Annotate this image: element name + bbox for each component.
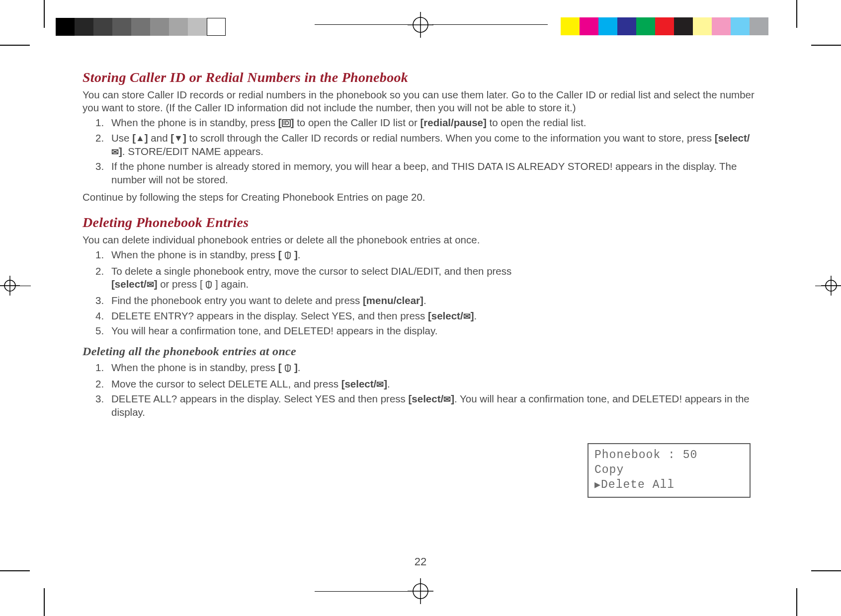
crop-mark: [44, 0, 45, 28]
crop-mark: [796, 0, 797, 28]
intro-text: You can delete individual phonebook entr…: [83, 233, 762, 246]
text: ] again.: [212, 278, 249, 290]
step-number: 2.: [95, 265, 104, 278]
crop-mark: [811, 45, 841, 46]
intro-text: You can store Caller ID records or redia…: [83, 88, 762, 114]
cursor-icon: ▶: [594, 479, 601, 491]
key-label: [ID]: [278, 117, 294, 128]
list-item: 3. DELETE ALL? appears in the display. S…: [95, 392, 762, 419]
phonebook-icon: [284, 362, 291, 376]
envelope-icon: ✉: [376, 380, 384, 389]
down-arrow-icon: ▼: [174, 133, 183, 143]
reg-line: [315, 591, 408, 592]
grayscale-swatches: [56, 18, 226, 36]
list-item: 5. You will hear a confirmation tone, an…: [95, 324, 540, 338]
steps-list: 1. When the phone is in standby, press […: [83, 248, 540, 338]
crosshair-icon: [0, 276, 20, 298]
list-item: 3. Find the phonebook entry you want to …: [95, 294, 540, 308]
crop-mark: [0, 45, 30, 46]
text: .: [474, 310, 477, 321]
envelope-icon: ✉: [147, 280, 154, 290]
lcd-line: Copy: [594, 463, 744, 478]
text: to scroll through the Caller ID records …: [186, 132, 715, 144]
color-swatches: [561, 17, 768, 35]
text: to open the redial list.: [487, 117, 587, 128]
text: When the phone is in standby, press: [111, 117, 278, 128]
page-content: Storing Caller ID or Redial Numbers in t…: [83, 70, 762, 423]
section-heading: Deleting Phonebook Entries: [83, 215, 762, 231]
text: .: [298, 249, 301, 260]
text: When the phone is in standby, press: [111, 249, 278, 260]
step-number: 1.: [95, 116, 104, 130]
lcd-line: Phonebook : 50: [594, 448, 744, 463]
step-number: 2.: [95, 378, 104, 391]
envelope-icon: ✉: [463, 311, 471, 321]
id-icon: ID: [282, 119, 291, 127]
list-item: 2. Use [▲] and [▼] to scroll through the…: [95, 132, 762, 158]
subsection-heading: Deleting all the phonebook entries at on…: [83, 345, 762, 358]
list-item: 3. If the phone number is already stored…: [95, 160, 762, 186]
text: Move the cursor to select DELETE ALL, an…: [111, 378, 341, 389]
text: .: [387, 378, 390, 389]
envelope-icon: ✉: [111, 147, 119, 157]
text: Find the phonebook entry you want to del…: [111, 295, 363, 306]
crop-mark: [44, 588, 45, 616]
lcd-line: ▶Delete All: [594, 478, 744, 493]
crosshair-icon: [821, 276, 841, 298]
text: . STORE/EDIT NAME appears.: [122, 146, 263, 157]
crosshair-icon: [408, 12, 433, 38]
step-number: 3.: [95, 392, 104, 406]
section-heading: Storing Caller ID or Redial Numbers in t…: [83, 70, 762, 85]
key-label: [ ]: [278, 249, 298, 260]
list-item: 2. To delete a single phonebook entry, m…: [95, 265, 540, 292]
text: DELETE ENTRY? appears in the display. Se…: [111, 310, 428, 321]
crop-mark: [811, 570, 841, 571]
key-label: [▲]: [132, 132, 148, 144]
key-label: [select/✉]: [111, 278, 157, 290]
list-item: 1. When the phone is in standby, press […: [95, 361, 762, 376]
text: to open the Caller ID list or: [294, 117, 420, 128]
text: .: [423, 295, 426, 306]
list-item: 4. DELETE ENTRY? appears in the display.…: [95, 309, 540, 323]
list-item: 1. When the phone is in standby, press […: [95, 116, 762, 130]
reg-line: [815, 286, 841, 286]
step-number: 5.: [95, 324, 104, 338]
step-number: 1.: [95, 361, 104, 375]
reg-line: [432, 24, 548, 25]
reg-line: [315, 24, 408, 25]
text: Use: [111, 132, 132, 144]
step-number: 1.: [95, 248, 104, 262]
envelope-icon: ✉: [443, 394, 451, 404]
page-number: 22: [415, 555, 426, 568]
step-number: 2.: [95, 132, 104, 145]
steps-list: 1. When the phone is in standby, press […: [83, 361, 762, 419]
key-label: [select/✉]: [341, 378, 387, 389]
reg-line: [0, 286, 31, 286]
text: When the phone is in standby, press: [111, 362, 278, 373]
key-label: [▼]: [170, 132, 186, 144]
key-label: [menu/clear]: [363, 295, 423, 306]
text: You will hear a confirmation tone, and D…: [111, 325, 437, 336]
step-number: 3.: [95, 160, 104, 173]
list-item: 2. Move the cursor to select DELETE ALL,…: [95, 378, 762, 391]
text: .: [298, 362, 301, 373]
up-arrow-icon: ▲: [136, 133, 145, 143]
list-item: 1. When the phone is in standby, press […: [95, 248, 540, 263]
outro-text: Continue by following the steps for Crea…: [83, 191, 762, 204]
key-label: [redial/pause]: [420, 117, 487, 128]
text: and: [148, 132, 171, 144]
crop-mark: [0, 570, 30, 571]
lcd-display: Phonebook : 50 Copy ▶Delete All: [588, 443, 751, 498]
crosshair-icon: [408, 578, 433, 604]
section: Deleting Phonebook Entries You can delet…: [83, 215, 762, 419]
key-label: [ ]: [278, 362, 298, 373]
key-label: [select/✉]: [409, 393, 454, 404]
step-number: 3.: [95, 294, 104, 308]
crop-mark: [796, 588, 797, 616]
key-label: [select/✉]: [428, 310, 474, 321]
steps-list: 1. When the phone is in standby, press […: [83, 116, 762, 186]
text: or press [: [157, 278, 205, 290]
step-number: 4.: [95, 309, 104, 323]
text: If the phone number is already stored in…: [111, 160, 737, 185]
text: To delete a single phonebook entry, move…: [111, 265, 511, 277]
